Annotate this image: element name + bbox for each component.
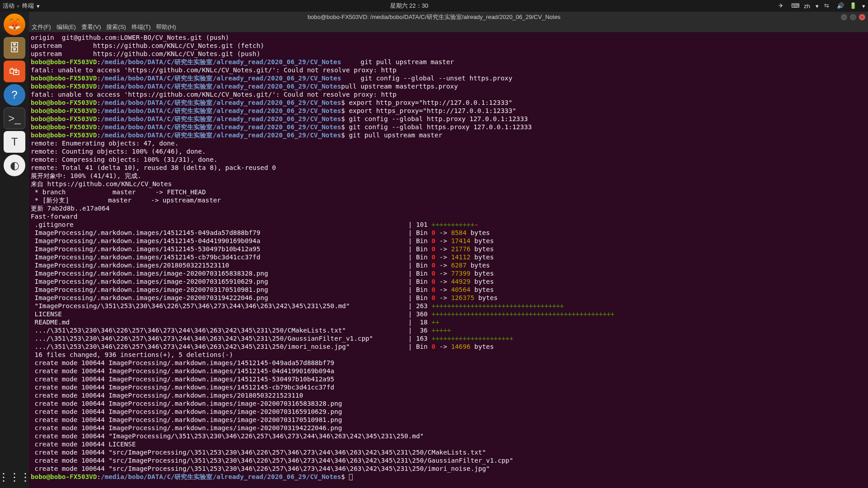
menu-file[interactable]: 文件(F) <box>30 22 53 32</box>
volume-icon[interactable]: 🔊 <box>837 2 844 9</box>
window-title: bobo@bobo-FX503VD: /media/bobo/DATA/C/研究… <box>307 13 561 21</box>
menu-search[interactable]: 搜索(S) <box>104 22 127 32</box>
dock-files-icon[interactable]: 🗄 <box>4 37 25 59</box>
ubuntu-dock: 🦊 🗄 🛍 ? >_ T ◐ ⋮⋮⋮ <box>0 12 29 488</box>
menu-edit[interactable]: 编辑(E) <box>55 22 78 32</box>
menu-view[interactable]: 查看(V) <box>80 22 103 32</box>
system-chevron-icon: ▾ <box>862 3 865 9</box>
window-titlebar: bobo@bobo-FX503VD: /media/bobo/DATA/C/研究… <box>0 12 868 22</box>
gnome-topbar: 活动 ▫ 终端 ▾ 星期六 22：30 ✈ ⌨ zh ▾ ⇆ 🔊 🔋 ▾ <box>0 0 868 12</box>
appmenu-chevron-icon: ▾ <box>37 3 40 9</box>
dock-text-editor-icon[interactable]: T <box>4 131 25 153</box>
window-close-button[interactable]: × <box>859 14 865 20</box>
terminal-menubar: 文件(F) 编辑(E) 查看(V) 搜索(S) 终端(T) 帮助(H) <box>0 22 868 33</box>
gnome-dropdown-icon: ▫ <box>17 3 19 9</box>
menu-help[interactable]: 帮助(H) <box>154 22 178 32</box>
dock-chromium-icon[interactable]: ◐ <box>4 155 25 176</box>
input-method-label[interactable]: zh <box>804 3 810 9</box>
menu-terminal[interactable]: 终端(T) <box>130 22 153 32</box>
activities-button[interactable]: 活动 <box>3 2 14 10</box>
clock-date[interactable]: 星期六 22：30 <box>390 2 429 10</box>
battery-icon[interactable]: 🔋 <box>849 2 857 9</box>
window-minimize-button[interactable]: – <box>841 14 847 20</box>
keyboard-icon[interactable]: ⌨ <box>791 2 798 9</box>
window-maximize-button[interactable]: ▢ <box>850 14 856 20</box>
appmenu-label[interactable]: 终端 <box>22 2 34 10</box>
wifi-icon[interactable]: ⇆ <box>824 2 831 9</box>
input-chevron-icon: ▾ <box>816 3 819 9</box>
dock-firefox-icon[interactable]: 🦊 <box>4 14 25 35</box>
telegram-icon[interactable]: ✈ <box>778 2 786 9</box>
dock-show-apps-icon[interactable]: ⋮⋮⋮ <box>0 471 31 483</box>
dock-terminal-icon[interactable]: >_ <box>4 108 25 129</box>
dock-software-icon[interactable]: 🛍 <box>4 61 25 82</box>
terminal-body[interactable]: origin git@github.com:LOWER-BO/CV_Notes.… <box>29 33 868 488</box>
dock-help-icon[interactable]: ? <box>4 84 25 106</box>
